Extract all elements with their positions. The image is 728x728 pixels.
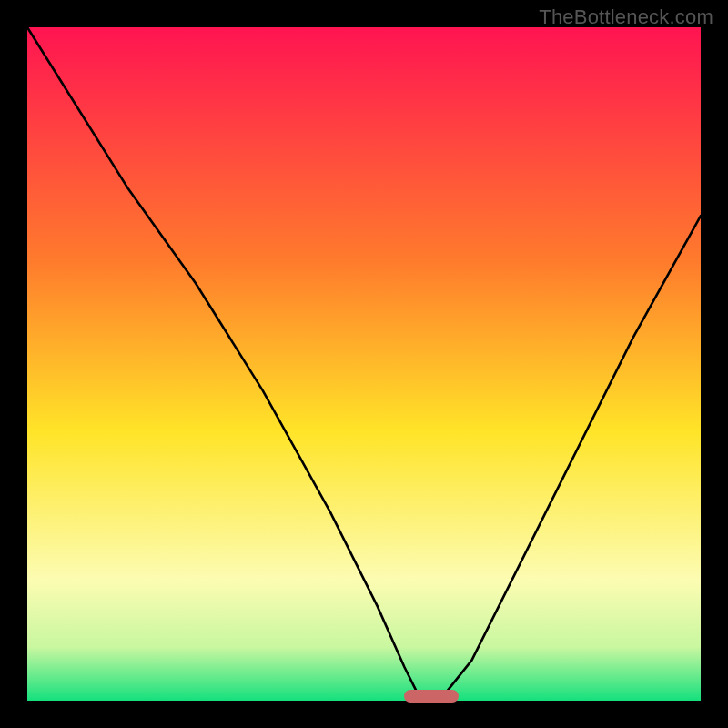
chart-frame: TheBottleneck.com bbox=[0, 0, 728, 728]
watermark-text: TheBottleneck.com bbox=[539, 5, 713, 29]
plot-area bbox=[27, 27, 701, 701]
optimal-marker bbox=[404, 690, 458, 703]
bottleneck-curve bbox=[27, 27, 701, 701]
curve-path bbox=[27, 27, 701, 701]
